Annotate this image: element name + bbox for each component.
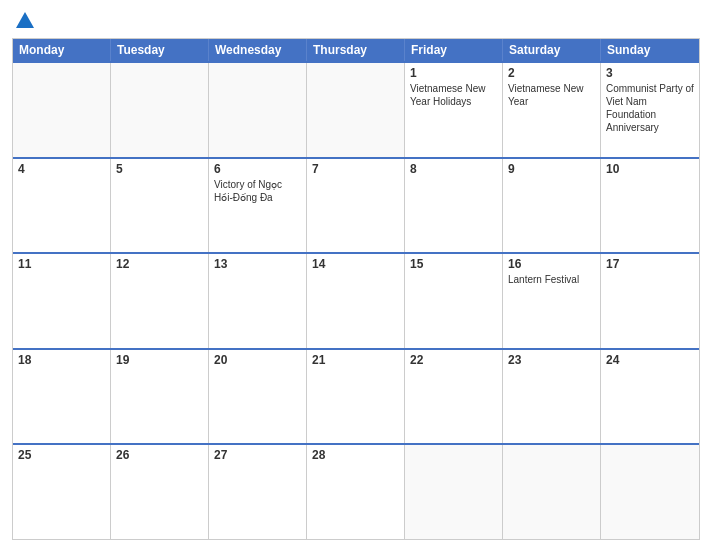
- day-number: 26: [116, 448, 203, 462]
- calendar-cell: 27: [209, 445, 307, 539]
- calendar-cell: [13, 63, 111, 157]
- calendar-cell: 3Communist Party of Viet Nam Foundation …: [601, 63, 699, 157]
- calendar-cell: 21: [307, 350, 405, 444]
- calendar-cell: 5: [111, 159, 209, 253]
- svg-marker-0: [16, 12, 34, 28]
- calendar-cell: 14: [307, 254, 405, 348]
- logo-icon: [14, 10, 36, 32]
- calendar-cell: [209, 63, 307, 157]
- calendar-cell: 10: [601, 159, 699, 253]
- calendar-cell: 6Victory of Ngọc Hồi-Đống Đa: [209, 159, 307, 253]
- event-label: Victory of Ngọc Hồi-Đống Đa: [214, 178, 301, 204]
- event-label: Lantern Festival: [508, 273, 595, 286]
- col-header-monday: Monday: [13, 39, 111, 61]
- calendar-cell: 26: [111, 445, 209, 539]
- calendar-cell: 19: [111, 350, 209, 444]
- calendar-cell: 20: [209, 350, 307, 444]
- day-number: 27: [214, 448, 301, 462]
- calendar-cell: 7: [307, 159, 405, 253]
- calendar-cell: 13: [209, 254, 307, 348]
- calendar-row: 18192021222324: [13, 348, 699, 444]
- calendar-cell: 8: [405, 159, 503, 253]
- day-number: 15: [410, 257, 497, 271]
- calendar-cell: 12: [111, 254, 209, 348]
- col-header-friday: Friday: [405, 39, 503, 61]
- col-header-tuesday: Tuesday: [111, 39, 209, 61]
- col-header-saturday: Saturday: [503, 39, 601, 61]
- calendar-cell: 11: [13, 254, 111, 348]
- day-number: 8: [410, 162, 497, 176]
- calendar-cell: [111, 63, 209, 157]
- day-number: 12: [116, 257, 203, 271]
- calendar-cell: 17: [601, 254, 699, 348]
- calendar-row: 111213141516Lantern Festival17: [13, 252, 699, 348]
- day-number: 24: [606, 353, 694, 367]
- day-number: 14: [312, 257, 399, 271]
- calendar-cell: 23: [503, 350, 601, 444]
- calendar: MondayTuesdayWednesdayThursdayFridaySatu…: [12, 38, 700, 540]
- calendar-cell: 18: [13, 350, 111, 444]
- calendar-cell: 16Lantern Festival: [503, 254, 601, 348]
- event-label: Communist Party of Viet Nam Foundation A…: [606, 82, 694, 134]
- page: MondayTuesdayWednesdayThursdayFridaySatu…: [0, 0, 712, 550]
- day-number: 3: [606, 66, 694, 80]
- day-number: 6: [214, 162, 301, 176]
- day-number: 17: [606, 257, 694, 271]
- col-header-thursday: Thursday: [307, 39, 405, 61]
- calendar-cell: 2Vietnamese New Year: [503, 63, 601, 157]
- day-number: 9: [508, 162, 595, 176]
- calendar-cell: 1Vietnamese New Year Holidays: [405, 63, 503, 157]
- day-number: 4: [18, 162, 105, 176]
- calendar-cell: 24: [601, 350, 699, 444]
- day-number: 5: [116, 162, 203, 176]
- day-number: 10: [606, 162, 694, 176]
- day-number: 13: [214, 257, 301, 271]
- calendar-row: 1Vietnamese New Year Holidays2Vietnamese…: [13, 61, 699, 157]
- calendar-row: 25262728: [13, 443, 699, 539]
- day-number: 16: [508, 257, 595, 271]
- event-label: Vietnamese New Year Holidays: [410, 82, 497, 108]
- day-number: 22: [410, 353, 497, 367]
- calendar-cell: 4: [13, 159, 111, 253]
- calendar-header-row: MondayTuesdayWednesdayThursdayFridaySatu…: [13, 39, 699, 61]
- calendar-cell: [503, 445, 601, 539]
- day-number: 11: [18, 257, 105, 271]
- logo: [12, 10, 36, 32]
- calendar-body: 1Vietnamese New Year Holidays2Vietnamese…: [13, 61, 699, 539]
- day-number: 28: [312, 448, 399, 462]
- calendar-cell: 15: [405, 254, 503, 348]
- day-number: 20: [214, 353, 301, 367]
- calendar-cell: 28: [307, 445, 405, 539]
- calendar-cell: [307, 63, 405, 157]
- calendar-row: 456Victory of Ngọc Hồi-Đống Đa78910: [13, 157, 699, 253]
- day-number: 23: [508, 353, 595, 367]
- day-number: 25: [18, 448, 105, 462]
- day-number: 2: [508, 66, 595, 80]
- calendar-cell: 9: [503, 159, 601, 253]
- day-number: 7: [312, 162, 399, 176]
- calendar-cell: 25: [13, 445, 111, 539]
- day-number: 19: [116, 353, 203, 367]
- day-number: 1: [410, 66, 497, 80]
- calendar-cell: 22: [405, 350, 503, 444]
- event-label: Vietnamese New Year: [508, 82, 595, 108]
- day-number: 21: [312, 353, 399, 367]
- col-header-sunday: Sunday: [601, 39, 699, 61]
- header: [12, 10, 700, 32]
- calendar-cell: [601, 445, 699, 539]
- calendar-cell: [405, 445, 503, 539]
- day-number: 18: [18, 353, 105, 367]
- col-header-wednesday: Wednesday: [209, 39, 307, 61]
